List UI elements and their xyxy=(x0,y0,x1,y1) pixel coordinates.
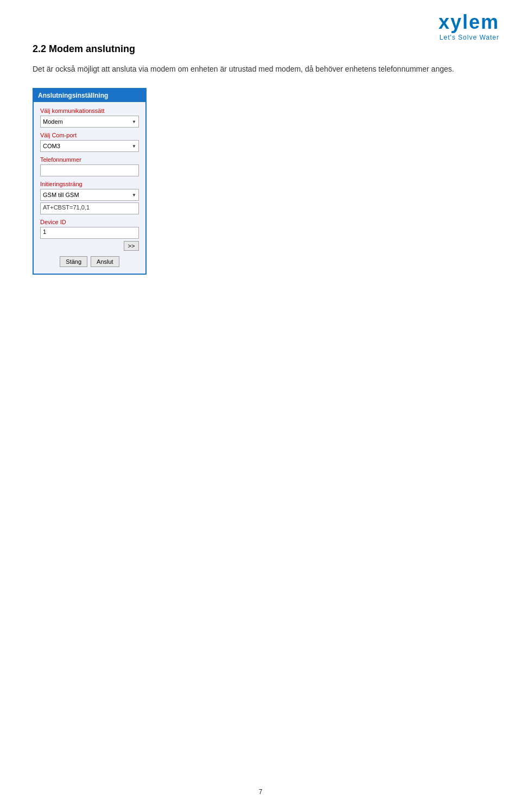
telefonnummer-input[interactable] xyxy=(40,164,139,176)
dialog-window: Anslutningsinställning Välj kommunikatio… xyxy=(33,88,147,275)
initieringsstrang-value: GSM till GSM xyxy=(43,192,79,198)
forward-button[interactable]: >> xyxy=(124,241,139,251)
logo-area: xylem Let's Solve Water xyxy=(439,11,499,41)
kommunikationssatt-label: Välj kommunikationssätt xyxy=(40,107,139,114)
stang-button[interactable]: Stäng xyxy=(60,256,87,267)
comport-arrow-icon: ▼ xyxy=(132,144,136,149)
anslut-button[interactable]: Anslut xyxy=(91,256,119,267)
at-field: AT+CBST=71,0,1 xyxy=(40,202,139,214)
device-id-label: Device ID xyxy=(40,219,139,225)
dialog-titlebar: Anslutningsinställning xyxy=(34,89,145,102)
main-content: 2.2 Modem anslutning Det är också möjlig… xyxy=(0,0,521,307)
telefonnummer-label: Telefonnummer xyxy=(40,156,139,163)
comport-value: COM3 xyxy=(43,143,60,149)
forward-button-row: >> xyxy=(40,241,139,251)
device-id-input[interactable]: 1 xyxy=(40,227,139,239)
logo-text: xylem xyxy=(439,11,499,34)
initieringsstrang-label: Initieringssträng xyxy=(40,181,139,187)
initieringsstrang-arrow-icon: ▼ xyxy=(132,193,136,198)
comport-label: Välj Com-port xyxy=(40,132,139,138)
section-title: 2.2 Modem anslutning xyxy=(33,43,488,55)
kommunikationssatt-select[interactable]: Modem ▼ xyxy=(40,116,139,128)
initieringsstrang-select[interactable]: GSM till GSM ▼ xyxy=(40,189,139,201)
kommunikationssatt-arrow-icon: ▼ xyxy=(132,119,136,124)
dialog-body: Välj kommunikationssätt Modem ▼ Välj Com… xyxy=(34,102,145,274)
page-number: 7 xyxy=(259,788,263,796)
dialog-buttons: Stäng Anslut xyxy=(40,256,139,267)
comport-select[interactable]: COM3 ▼ xyxy=(40,140,139,152)
section-body: Det är också möjligt att ansluta via mod… xyxy=(33,64,488,75)
kommunikationssatt-value: Modem xyxy=(43,118,63,125)
logo-tagline: Let's Solve Water xyxy=(440,34,499,41)
